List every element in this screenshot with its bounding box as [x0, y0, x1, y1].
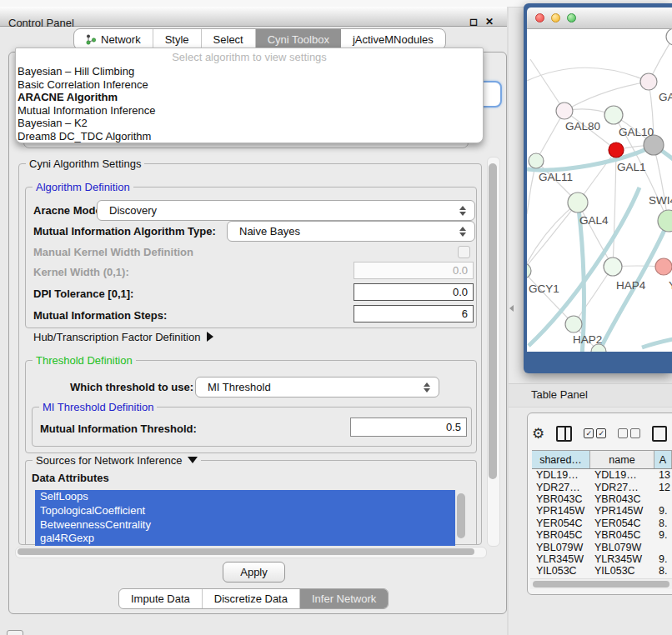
table-row[interactable]: YBL079WYBL079W [532, 541, 672, 552]
node-label: GAL10 [619, 126, 654, 138]
node-gal10[interactable] [604, 106, 623, 124]
close-icon[interactable]: ✕ [485, 16, 494, 28]
network-edge[interactable] [527, 68, 649, 82]
network-edge[interactable] [654, 145, 668, 221]
network-edge[interactable] [527, 202, 578, 271]
tab-infer-network[interactable]: Infer Network [300, 589, 388, 608]
network-edge[interactable] [564, 82, 649, 111]
node-hap4[interactable] [604, 258, 622, 276]
table-cell: YDL19… [532, 469, 590, 481]
table-row[interactable]: YBR043CYBR043C [532, 493, 672, 505]
dropdown-item[interactable]: Mutual Information Inference [16, 104, 483, 118]
minimize-traffic-light-icon[interactable] [551, 13, 560, 22]
node-hap2[interactable] [565, 316, 582, 332]
table-row[interactable]: YBR045CYBR045C9. [532, 529, 672, 541]
list-item[interactable]: BetweennessCentrality [35, 518, 455, 532]
table-cell: 9. [654, 529, 672, 541]
table-cell: 8. [654, 565, 672, 576]
node-gal11[interactable] [529, 153, 544, 168]
node-pink-right[interactable] [655, 258, 672, 275]
deselect-all-checkboxes-icon[interactable] [618, 428, 640, 438]
node-label: SWI4 [649, 194, 672, 207]
table-cell: YLR345W [532, 553, 590, 565]
table-row[interactable]: YDL19…YDL19…13 [532, 469, 672, 481]
columns-icon[interactable] [556, 426, 572, 442]
splitter-collapse-icon[interactable] [509, 305, 514, 312]
apply-button[interactable]: Apply [223, 562, 285, 582]
hub-definition-toggle[interactable]: Hub/Transcription Factor Definition [33, 331, 213, 343]
node-gal80[interactable] [556, 102, 573, 119]
table-cell: YER054C [590, 518, 654, 529]
float-icon[interactable]: ◻ [469, 16, 478, 28]
table-row[interactable]: YIL053CYIL053C8. [532, 565, 672, 576]
control-panel-title: Control Panel [8, 17, 74, 29]
node-gal4[interactable] [568, 192, 588, 212]
settings-vscrollbar-thumb[interactable] [489, 163, 497, 479]
network-edge-highlighted[interactable] [642, 338, 672, 348]
tab-select[interactable]: Select [202, 29, 256, 49]
aracne-mode-combobox[interactable]: Discovery [97, 200, 475, 221]
node-swi4[interactable] [658, 210, 672, 232]
data-attributes-list[interactable]: SelfLoopsTopologicalCoefficientBetweenne… [35, 490, 455, 546]
network-edge[interactable] [530, 59, 564, 111]
tab-impute-data[interactable]: Impute Data [119, 589, 203, 608]
list-item[interactable]: gal4RGexp [35, 532, 455, 546]
network-canvas[interactable]: GALGAL80GAL10GAL1GAL11SWI4GAL4GCY1HAP4YH… [527, 29, 672, 352]
dropdown-item[interactable]: ARACNE Algorithm [16, 91, 483, 104]
bottom-left-partial-icon[interactable] [7, 630, 23, 635]
dropdown-item[interactable]: Bayesian – K2 [16, 117, 483, 130]
node-table[interactable]: shared…nameAYDL19…YDL19…13YDR27…YDR27…12… [532, 450, 672, 576]
tab-style[interactable]: Style [153, 29, 202, 49]
table-row[interactable]: YDR27…YDR27…12 [532, 481, 672, 492]
table-hscrollbar-thumb[interactable] [533, 581, 669, 588]
dropdown-item[interactable]: Dream8 DC_TDC Algorithm [16, 130, 483, 143]
node-gcy1[interactable] [527, 263, 531, 278]
table-row[interactable]: YPR145WYPR145W9. [532, 505, 672, 517]
hub-definition-label: Hub/Transcription Factor Definition [33, 331, 200, 343]
zoom-traffic-light-icon[interactable] [567, 13, 576, 22]
tab-impute-data-label: Impute Data [131, 592, 190, 605]
table-row[interactable]: YLR345WYLR345W9. [532, 553, 672, 565]
node-unlabeled-top[interactable] [666, 29, 672, 45]
manual-kernel-width-checkbox[interactable] [458, 246, 470, 258]
close-traffic-light-icon[interactable] [535, 13, 544, 22]
mi-threshold-field[interactable]: 0.5 [350, 418, 467, 437]
select-all-checkboxes-icon[interactable]: ✓✓ [584, 428, 606, 438]
table-cell: YLR345W [590, 553, 654, 565]
table-cell: YBL079W [590, 542, 654, 553]
table-cell: YBR045C [590, 529, 654, 541]
network-edge[interactable] [527, 271, 574, 324]
tab-discretize-data[interactable]: Discretize Data [203, 589, 300, 608]
tab-jactivemnodules[interactable]: jActiveMNodules [341, 29, 445, 49]
table-header-cell[interactable]: shared… [532, 451, 590, 468]
table-header-cell[interactable]: A [654, 451, 672, 468]
panel-splitter[interactable] [507, 7, 509, 635]
tab-cyni-toolbox-label: Cyni Toolbox [268, 33, 329, 46]
which-threshold-combobox[interactable]: MI Threshold [195, 377, 439, 398]
algorithm-dropdown: Select algorithm to view settings Bayesi… [15, 48, 484, 143]
tab-cyni-toolbox[interactable]: Cyni Toolbox [256, 29, 341, 49]
list-scrollbar-thumb[interactable] [457, 493, 465, 538]
table-hscrollbar-track[interactable] [530, 578, 672, 589]
node-label: GAL80 [565, 120, 600, 132]
settings-hscrollbar-thumb[interactable] [18, 548, 474, 555]
dpi-tolerance-field[interactable]: 0.0 [354, 283, 474, 301]
network-edge[interactable] [574, 267, 613, 324]
mi-algorithm-type-combobox[interactable]: Naive Bayes [227, 221, 475, 242]
list-item[interactable]: TopologicalCoefficient [35, 504, 455, 518]
kernel-width-field[interactable]: 0.0 [354, 262, 474, 279]
dropdown-item[interactable]: Basic Correlation Inference [16, 78, 483, 92]
mi-steps-field[interactable]: 6 [354, 305, 474, 322]
network-edge[interactable] [613, 150, 616, 267]
node-label: GAL11 [539, 171, 573, 183]
dropdown-item[interactable]: Bayesian – Hill Climbing [16, 65, 483, 78]
partial-toolbar-icon[interactable] [652, 426, 667, 442]
node-gal1[interactable] [609, 142, 624, 158]
node-gal-partial[interactable] [640, 73, 657, 90]
table-row[interactable]: YER054CYER054C8. [532, 518, 672, 529]
table-header-cell[interactable]: name [590, 451, 654, 468]
gear-icon[interactable]: ⚙ [532, 427, 544, 441]
tab-network[interactable]: Network [74, 29, 153, 49]
list-item[interactable]: SelfLoops [35, 490, 455, 504]
table-cell: 9. [654, 505, 672, 517]
